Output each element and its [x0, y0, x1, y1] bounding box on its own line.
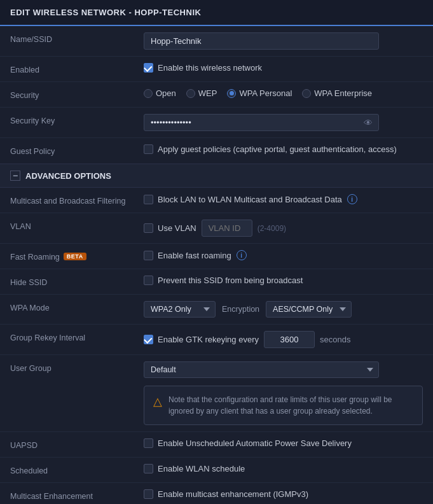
- security-row: Security Open WEP WPA Personal WPA Enter…: [0, 82, 433, 108]
- enabled-label: Enabled: [10, 63, 144, 74]
- page-container: EDIT WIRELESS NETWORK - HOPP-TECHNIK Nam…: [0, 0, 433, 504]
- advanced-options-header[interactable]: − ADVANCED OPTIONS: [0, 164, 433, 188]
- security-label: Security: [10, 88, 144, 100]
- guest-policy-control: Apply guest policies (captive portal, gu…: [144, 144, 423, 154]
- guest-policy-checkbox[interactable]: [144, 144, 153, 154]
- fast-roaming-checkbox-label: Enable fast roaming: [158, 251, 231, 260]
- encryption-label: Encryption: [222, 305, 259, 314]
- main-form: Name/SSID Enabled Enable this wireless n…: [0, 26, 433, 164]
- radio-open-input[interactable]: [144, 89, 153, 98]
- guest-policy-label: Guest Policy: [10, 144, 144, 156]
- security-key-input[interactable]: [144, 114, 379, 131]
- security-control: Open WEP WPA Personal WPA Enterprise: [144, 88, 423, 98]
- vlan-id-input[interactable]: [202, 220, 252, 237]
- page-title: EDIT WIRELESS NETWORK - HOPP-TECHNIK: [10, 8, 201, 17]
- scheduled-checkbox-label: Enable WLAN schedule: [158, 464, 245, 473]
- gtk-interval-input[interactable]: [264, 331, 315, 348]
- password-wrapper: 👁: [144, 114, 379, 131]
- user-group-row: User Group Default △ Note that the confi…: [0, 355, 433, 432]
- enabled-control: Enable this wireless network: [144, 63, 423, 73]
- hide-ssid-checkbox-label: Prevent this SSID from being broadcast: [158, 276, 303, 285]
- hide-ssid-label: Hide SSID: [10, 276, 144, 287]
- name-ssid-label: Name/SSID: [10, 32, 144, 44]
- hide-ssid-control: Prevent this SSID from being broadcast: [144, 276, 423, 285]
- multicast-enhancement-checkbox[interactable]: [144, 489, 153, 499]
- name-ssid-row: Name/SSID: [0, 26, 433, 57]
- user-group-label: User Group: [10, 361, 144, 373]
- uapsd-row: UAPSD Enable Unscheduled Automatic Power…: [0, 432, 433, 458]
- vlan-checkbox[interactable]: [144, 223, 153, 233]
- fast-roaming-info-icon[interactable]: i: [237, 250, 247, 260]
- user-group-select[interactable]: Default: [144, 361, 379, 378]
- uapsd-control: Enable Unscheduled Automatic Power Save …: [144, 438, 423, 448]
- multicast-control: Block LAN to WLAN Multicast and Broadcas…: [144, 194, 423, 204]
- radio-wep-input[interactable]: [186, 89, 195, 98]
- fast-roaming-control: Enable fast roaming i: [144, 250, 423, 260]
- multicast-enhancement-checkbox-wrapper[interactable]: Enable multicast enhancement (IGMPv3): [144, 489, 308, 499]
- vlan-row: VLAN Use VLAN (2-4009): [0, 213, 433, 244]
- gtk-checkbox-label: Enable GTK rekeying every: [158, 335, 259, 344]
- multicast-row: Multicast and Broadcast Filtering Block …: [0, 188, 433, 213]
- scheduled-control: Enable WLAN schedule: [144, 464, 423, 473]
- multicast-info-icon[interactable]: i: [347, 194, 357, 204]
- name-ssid-input[interactable]: [144, 32, 379, 50]
- fast-roaming-checkbox[interactable]: [144, 251, 153, 260]
- scheduled-row: Scheduled Enable WLAN schedule: [0, 458, 433, 483]
- multicast-enhancement-control: Enable multicast enhancement (IGMPv3): [144, 489, 423, 499]
- gtk-checkbox-wrapper[interactable]: Enable GTK rekeying every: [144, 335, 259, 344]
- wpa-mode-control: WPA2 Only WPA3 Only WPA2/WPA3 Encryption…: [144, 301, 423, 318]
- security-key-label: Security Key: [10, 114, 144, 125]
- hide-ssid-row: Hide SSID Prevent this SSID from being b…: [0, 269, 433, 295]
- multicast-enhancement-label: Multicast Enhancement: [10, 489, 144, 501]
- vlan-checkbox-wrapper[interactable]: Use VLAN: [144, 223, 196, 233]
- guest-policy-row: Guest Policy Apply guest policies (capti…: [0, 138, 433, 164]
- scheduled-checkbox[interactable]: [144, 464, 153, 473]
- vlan-label: VLAN: [10, 220, 144, 231]
- guest-policy-checkbox-wrapper[interactable]: Apply guest policies (captive portal, gu…: [144, 144, 397, 154]
- radio-wpa-personal-input[interactable]: [227, 89, 236, 98]
- enabled-checkbox[interactable]: [144, 63, 153, 73]
- advanced-section: Multicast and Broadcast Filtering Block …: [0, 188, 433, 504]
- guest-policy-checkbox-label: Apply guest policies (captive portal, gu…: [158, 144, 397, 154]
- group-rekey-label: Group Rekey Interval: [10, 331, 144, 342]
- radio-wep[interactable]: WEP: [186, 88, 217, 98]
- advanced-options-title: ADVANCED OPTIONS: [25, 171, 111, 181]
- multicast-checkbox-wrapper[interactable]: Block LAN to WLAN Multicast and Broadcas…: [144, 195, 342, 204]
- enabled-row: Enabled Enable this wireless network: [0, 57, 433, 82]
- wpa-mode-row: WPA Mode WPA2 Only WPA3 Only WPA2/WPA3 E…: [0, 295, 433, 325]
- radio-wpa-personal[interactable]: WPA Personal: [227, 88, 292, 98]
- user-group-warning-box: △ Note that the configuration and rate l…: [144, 386, 423, 425]
- warning-icon: △: [153, 395, 162, 409]
- multicast-enhancement-row: Multicast Enhancement Enable multicast e…: [0, 483, 433, 504]
- vlan-checkbox-label: Use VLAN: [158, 223, 196, 233]
- warning-text: Note that the configuration and rate lim…: [168, 394, 413, 417]
- radio-wpa-enterprise[interactable]: WPA Enterprise: [302, 88, 372, 98]
- hide-ssid-checkbox[interactable]: [144, 276, 153, 285]
- multicast-label: Multicast and Broadcast Filtering: [10, 194, 144, 206]
- hide-ssid-checkbox-wrapper[interactable]: Prevent this SSID from being broadcast: [144, 276, 303, 285]
- multicast-checkbox-label: Block LAN to WLAN Multicast and Broadcas…: [158, 195, 342, 204]
- seconds-label: seconds: [320, 335, 350, 344]
- scheduled-checkbox-wrapper[interactable]: Enable WLAN schedule: [144, 464, 245, 473]
- eye-icon[interactable]: 👁: [364, 118, 373, 128]
- user-group-inner: User Group Default △ Note that the confi…: [10, 361, 423, 425]
- uapsd-checkbox[interactable]: [144, 438, 153, 448]
- wpa-mode-select[interactable]: WPA2 Only WPA3 Only WPA2/WPA3: [144, 301, 216, 318]
- name-ssid-control: [144, 32, 423, 50]
- vlan-control: Use VLAN (2-4009): [144, 220, 423, 237]
- multicast-checkbox[interactable]: [144, 195, 153, 204]
- page-header: EDIT WIRELESS NETWORK - HOPP-TECHNIK: [0, 0, 433, 26]
- multicast-enhancement-checkbox-label: Enable multicast enhancement (IGMPv3): [158, 489, 308, 499]
- gtk-checkbox[interactable]: [144, 335, 153, 344]
- uapsd-label: UAPSD: [10, 438, 144, 450]
- radio-open[interactable]: Open: [144, 88, 176, 98]
- scheduled-label: Scheduled: [10, 464, 144, 475]
- radio-wpa-enterprise-input[interactable]: [302, 89, 311, 98]
- group-rekey-control: Enable GTK rekeying every seconds: [144, 331, 423, 348]
- enabled-checkbox-wrapper[interactable]: Enable this wireless network: [144, 63, 262, 73]
- uapsd-checkbox-label: Enable Unscheduled Automatic Power Save …: [158, 438, 352, 448]
- fast-roaming-checkbox-wrapper[interactable]: Enable fast roaming: [144, 251, 231, 260]
- encryption-select[interactable]: AES/CCMP Only TKIP Only Auto: [266, 301, 352, 318]
- uapsd-checkbox-wrapper[interactable]: Enable Unscheduled Automatic Power Save …: [144, 438, 352, 448]
- security-key-row: Security Key 👁: [0, 108, 433, 138]
